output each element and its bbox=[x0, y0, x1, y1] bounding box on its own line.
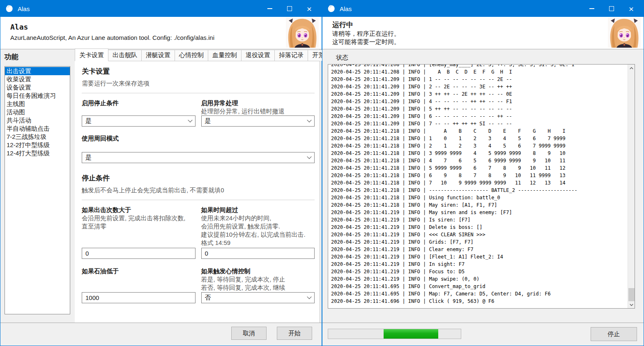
notebook-tab[interactable]: 掉落记录 bbox=[274, 50, 308, 61]
log-line: 2020-04-25 20:11:41.209 | INFO | 3 ++ ++… bbox=[331, 90, 627, 98]
start-button[interactable]: 开始 bbox=[277, 327, 312, 340]
scroll-up-button[interactable] bbox=[628, 65, 635, 72]
log-line: 2020-04-25 20:11:41.209 | INFO | 1 -- --… bbox=[331, 76, 627, 83]
chevron-down-icon bbox=[188, 118, 192, 122]
chevron-down-icon bbox=[307, 118, 311, 122]
divider bbox=[82, 200, 315, 200]
window-controls: × bbox=[582, 0, 641, 17]
log-output[interactable]: 2020-04-25 20:11:41.208 | INFO | [enemy_… bbox=[328, 64, 635, 309]
scroll-down-button[interactable] bbox=[628, 301, 635, 308]
function-list-item[interactable]: 活动图 bbox=[5, 108, 70, 116]
if-time-input[interactable] bbox=[201, 248, 315, 259]
log-line: 2020-04-25 20:11:41.218 | INFO | -------… bbox=[331, 187, 627, 194]
enable-exception-select[interactable]: 是 bbox=[201, 115, 315, 127]
run-body: 状态 2020-04-25 20:11:41.208 | INFO | [ene… bbox=[322, 49, 644, 323]
tab-panel-stage-settings: 关卡设置 需要运行一次来保存选项 启用停止条件 是 启用异常处理 bbox=[75, 61, 319, 323]
scrollbar-thumb[interactable] bbox=[628, 288, 635, 301]
section-title: 关卡设置 bbox=[82, 67, 315, 76]
function-list-item[interactable]: 设备设置 bbox=[5, 83, 70, 92]
close-button[interactable]: × bbox=[621, 0, 641, 17]
field-label-if-count: 如果出击次数大于 bbox=[82, 205, 196, 214]
maximize-button[interactable] bbox=[280, 0, 299, 17]
log-line: 2020-04-25 20:11:41.209 | INFO | 2 -- 2E… bbox=[331, 83, 627, 90]
status-label: 状态 bbox=[336, 54, 348, 62]
titlebar[interactable]: Alas × bbox=[322, 0, 644, 17]
notebook-tab[interactable]: 关卡设置 bbox=[75, 48, 108, 61]
field-help: 若否, 等待回复, 完成本次, 继续 bbox=[201, 284, 315, 292]
log-line-clipped: 2020-04-25 20:11:41.208 | INFO | [enemy_… bbox=[331, 64, 627, 68]
log-line: 2020-04-25 20:11:41.208 | INFO | A B C D… bbox=[331, 68, 627, 76]
log-line: 2020-04-25 20:11:41.218 | INFO | 6 9 8 7… bbox=[331, 172, 627, 179]
field-help: 使用未来24小时内的时间, bbox=[201, 214, 315, 222]
log-line: 2020-04-25 20:11:41.695 | INFO | Convert… bbox=[331, 283, 627, 290]
maximize-icon bbox=[609, 6, 614, 11]
function-sidebar: 功能 出击设置收菜设置设备设置每日任务困难演习主线图活动图共斗活动半自动辅助点击… bbox=[0, 49, 75, 323]
log-line: 2020-04-25 20:11:41.218 | INFO | 3 9999 … bbox=[331, 150, 627, 157]
field-help: 会沿用先前设置, 完成出击将扣除次数, bbox=[82, 214, 196, 222]
if-emotion-select[interactable]: 否 bbox=[201, 292, 315, 303]
avatar bbox=[608, 18, 641, 48]
progress-bar bbox=[328, 329, 461, 339]
field-help: 格式 14:59 bbox=[201, 239, 315, 247]
settings-footer: 取消 开始 bbox=[0, 323, 322, 346]
field-label-if-time: 如果时间超过 bbox=[201, 205, 315, 214]
log-line: 2020-04-25 20:11:41.219 | INFO | [Fleet_… bbox=[331, 253, 627, 261]
notebook-tab[interactable]: 潜艇设置 bbox=[141, 50, 175, 61]
log-line: 2020-04-25 20:11:41.209 | INFO | 5 ++ ++… bbox=[331, 105, 627, 113]
titlebar[interactable]: Alas × bbox=[0, 0, 322, 17]
function-list-item[interactable]: 主线图 bbox=[5, 100, 70, 108]
close-button[interactable]: × bbox=[299, 0, 319, 17]
log-line: 2020-04-25 20:11:41.218 | INFO | 1 0 1 2… bbox=[331, 135, 627, 142]
app-subtitle: AzurLaneAutoScript, An Azur Lane automat… bbox=[10, 33, 214, 42]
cancel-button[interactable]: 取消 bbox=[231, 327, 267, 340]
function-list-item[interactable]: 收菜设置 bbox=[5, 75, 70, 83]
loop-mode-select[interactable]: 是 bbox=[82, 152, 315, 163]
enable-stop-value: 是 bbox=[85, 117, 92, 125]
run-status-title: 运行中 bbox=[332, 21, 400, 30]
minimize-button[interactable] bbox=[582, 0, 602, 17]
screen: Alas × Alas AzurLaneAutoScript, An Azur … bbox=[0, 0, 644, 346]
field-help: 若是, 等待回复, 完成本次, 停止 bbox=[201, 275, 315, 284]
log-line: 2020-04-25 20:11:41.696 | INFO | Click (… bbox=[331, 298, 627, 305]
log-line: 2020-04-25 20:11:41.219 | INFO | May sir… bbox=[331, 209, 627, 216]
function-list-item[interactable]: 12-4打大型练级 bbox=[5, 149, 70, 157]
log-line: 2020-04-25 20:11:41.218 | INFO | 2 1 2 3… bbox=[331, 142, 627, 150]
log-line: 2020-04-25 20:11:41.219 | INFO | In sigh… bbox=[331, 261, 627, 268]
log-line: 2020-04-25 20:11:41.219 | INFO | Clear e… bbox=[331, 246, 627, 253]
if-count-input[interactable] bbox=[82, 248, 196, 259]
function-list-item[interactable]: 每日任务困难演习 bbox=[5, 92, 70, 100]
function-list-item[interactable]: 共斗活动 bbox=[5, 116, 70, 125]
maximize-button[interactable] bbox=[602, 0, 621, 17]
alas-logo-icon bbox=[327, 4, 336, 13]
notebook-tab[interactable]: 心情控制 bbox=[175, 50, 208, 61]
notebook-tab[interactable]: 退役设置 bbox=[241, 50, 275, 61]
function-list-item[interactable]: 12-2打中型练级 bbox=[5, 141, 70, 149]
enable-stop-select[interactable]: 是 bbox=[82, 115, 196, 127]
field-label-if-oil: 如果石油低于 bbox=[82, 267, 196, 275]
log-line: 2020-04-25 20:11:41.219 | INFO | Grids: … bbox=[331, 238, 627, 246]
section-help: 触发后不会马上停止会先完成当前出击, 不需要就填0 bbox=[82, 187, 315, 194]
window-controls: × bbox=[260, 0, 319, 17]
field-label-enable-stop: 启用停止条件 bbox=[82, 99, 196, 107]
log-line: 2020-04-25 20:11:41.218 | INFO | A B C D… bbox=[331, 127, 627, 135]
window-settings: Alas × Alas AzurLaneAutoScript, An Azur … bbox=[0, 0, 322, 346]
field-help: 直至清零 bbox=[82, 222, 196, 231]
function-list-item[interactable]: 7-2三战拣垃圾 bbox=[5, 133, 70, 141]
log-line: 2020-04-25 20:11:41.219 | INFO | <<< CLE… bbox=[331, 231, 627, 238]
close-icon: × bbox=[629, 5, 634, 13]
function-list-item[interactable]: 半自动辅助点击 bbox=[5, 125, 70, 133]
log-line: 2020-04-25 20:11:41.218 | INFO | Using f… bbox=[331, 194, 627, 201]
if-oil-input[interactable] bbox=[82, 292, 196, 303]
stop-button[interactable]: 停止 bbox=[591, 327, 637, 341]
sidebar-heading: 功能 bbox=[5, 52, 18, 62]
notebook-tab[interactable]: 出击舰队 bbox=[108, 50, 142, 61]
minimize-button[interactable] bbox=[260, 0, 280, 17]
if-emotion-value: 否 bbox=[205, 294, 211, 302]
function-list-item[interactable]: 出击设置 bbox=[5, 67, 70, 75]
log-line: 2020-04-25 20:11:41.219 | INFO | Delete … bbox=[331, 224, 627, 231]
log-scrollbar[interactable] bbox=[628, 65, 635, 308]
notebook-tab[interactable]: 血量控制 bbox=[208, 50, 242, 61]
field-help: 会沿用先前设置, 触发后清零. bbox=[201, 222, 315, 231]
field-label-if-emotion: 如果触发心情控制 bbox=[201, 267, 315, 275]
function-list[interactable]: 出击设置收菜设置设备设置每日任务困难演习主线图活动图共斗活动半自动辅助点击7-2… bbox=[5, 66, 70, 314]
